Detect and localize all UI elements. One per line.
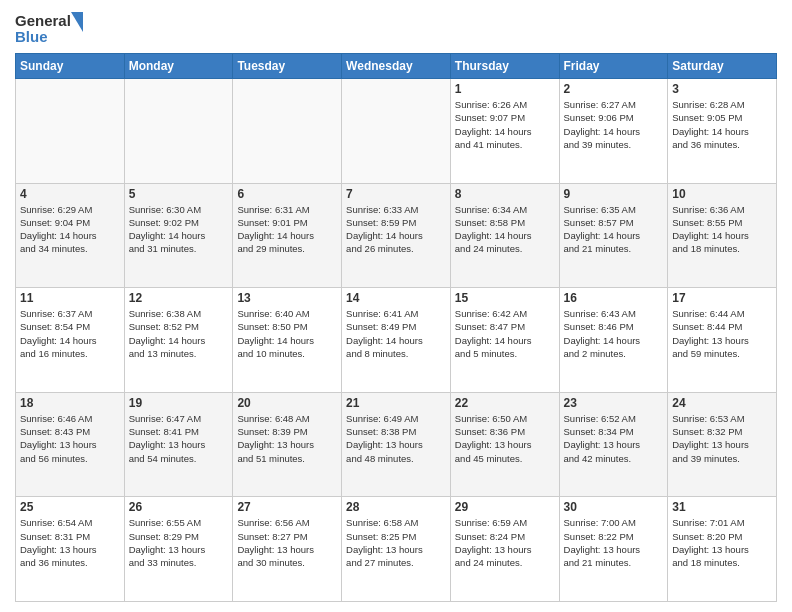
day-info: Sunrise: 6:49 AM Sunset: 8:38 PM Dayligh… <box>346 412 446 465</box>
day-info: Sunrise: 6:42 AM Sunset: 8:47 PM Dayligh… <box>455 307 555 360</box>
day-cell: 8Sunrise: 6:34 AM Sunset: 8:58 PM Daylig… <box>450 183 559 288</box>
day-info: Sunrise: 6:26 AM Sunset: 9:07 PM Dayligh… <box>455 98 555 151</box>
day-info: Sunrise: 6:27 AM Sunset: 9:06 PM Dayligh… <box>564 98 664 151</box>
day-number: 16 <box>564 291 664 305</box>
day-info: Sunrise: 6:34 AM Sunset: 8:58 PM Dayligh… <box>455 203 555 256</box>
day-cell: 7Sunrise: 6:33 AM Sunset: 8:59 PM Daylig… <box>342 183 451 288</box>
day-info: Sunrise: 6:53 AM Sunset: 8:32 PM Dayligh… <box>672 412 772 465</box>
day-info: Sunrise: 6:30 AM Sunset: 9:02 PM Dayligh… <box>129 203 229 256</box>
day-header-sunday: Sunday <box>16 54 125 79</box>
day-header-friday: Friday <box>559 54 668 79</box>
week-row-4: 18Sunrise: 6:46 AM Sunset: 8:43 PM Dayli… <box>16 392 777 497</box>
day-number: 27 <box>237 500 337 514</box>
day-number: 11 <box>20 291 120 305</box>
logo-icon: GeneralBlue <box>15 10 85 45</box>
day-info: Sunrise: 6:48 AM Sunset: 8:39 PM Dayligh… <box>237 412 337 465</box>
day-number: 10 <box>672 187 772 201</box>
day-header-wednesday: Wednesday <box>342 54 451 79</box>
day-number: 5 <box>129 187 229 201</box>
day-info: Sunrise: 6:36 AM Sunset: 8:55 PM Dayligh… <box>672 203 772 256</box>
day-number: 7 <box>346 187 446 201</box>
day-cell: 30Sunrise: 7:00 AM Sunset: 8:22 PM Dayli… <box>559 497 668 602</box>
day-info: Sunrise: 7:00 AM Sunset: 8:22 PM Dayligh… <box>564 516 664 569</box>
day-number: 8 <box>455 187 555 201</box>
week-row-1: 1Sunrise: 6:26 AM Sunset: 9:07 PM Daylig… <box>16 79 777 184</box>
header-row: SundayMondayTuesdayWednesdayThursdayFrid… <box>16 54 777 79</box>
svg-text:Blue: Blue <box>15 28 48 45</box>
day-info: Sunrise: 6:50 AM Sunset: 8:36 PM Dayligh… <box>455 412 555 465</box>
day-number: 15 <box>455 291 555 305</box>
day-cell <box>342 79 451 184</box>
day-info: Sunrise: 6:37 AM Sunset: 8:54 PM Dayligh… <box>20 307 120 360</box>
day-cell: 12Sunrise: 6:38 AM Sunset: 8:52 PM Dayli… <box>124 288 233 393</box>
day-info: Sunrise: 6:52 AM Sunset: 8:34 PM Dayligh… <box>564 412 664 465</box>
day-cell: 2Sunrise: 6:27 AM Sunset: 9:06 PM Daylig… <box>559 79 668 184</box>
day-info: Sunrise: 6:58 AM Sunset: 8:25 PM Dayligh… <box>346 516 446 569</box>
day-number: 14 <box>346 291 446 305</box>
day-number: 17 <box>672 291 772 305</box>
day-number: 28 <box>346 500 446 514</box>
page: GeneralBlue SundayMondayTuesdayWednesday… <box>0 0 792 612</box>
week-row-3: 11Sunrise: 6:37 AM Sunset: 8:54 PM Dayli… <box>16 288 777 393</box>
day-info: Sunrise: 6:43 AM Sunset: 8:46 PM Dayligh… <box>564 307 664 360</box>
day-info: Sunrise: 6:56 AM Sunset: 8:27 PM Dayligh… <box>237 516 337 569</box>
day-cell: 1Sunrise: 6:26 AM Sunset: 9:07 PM Daylig… <box>450 79 559 184</box>
day-cell: 26Sunrise: 6:55 AM Sunset: 8:29 PM Dayli… <box>124 497 233 602</box>
day-info: Sunrise: 6:33 AM Sunset: 8:59 PM Dayligh… <box>346 203 446 256</box>
day-info: Sunrise: 6:54 AM Sunset: 8:31 PM Dayligh… <box>20 516 120 569</box>
day-cell: 13Sunrise: 6:40 AM Sunset: 8:50 PM Dayli… <box>233 288 342 393</box>
day-number: 25 <box>20 500 120 514</box>
day-number: 29 <box>455 500 555 514</box>
day-number: 1 <box>455 82 555 96</box>
day-number: 20 <box>237 396 337 410</box>
day-header-saturday: Saturday <box>668 54 777 79</box>
day-cell: 19Sunrise: 6:47 AM Sunset: 8:41 PM Dayli… <box>124 392 233 497</box>
day-cell: 14Sunrise: 6:41 AM Sunset: 8:49 PM Dayli… <box>342 288 451 393</box>
week-row-2: 4Sunrise: 6:29 AM Sunset: 9:04 PM Daylig… <box>16 183 777 288</box>
day-number: 23 <box>564 396 664 410</box>
day-cell <box>233 79 342 184</box>
day-cell: 29Sunrise: 6:59 AM Sunset: 8:24 PM Dayli… <box>450 497 559 602</box>
day-cell: 3Sunrise: 6:28 AM Sunset: 9:05 PM Daylig… <box>668 79 777 184</box>
day-info: Sunrise: 6:40 AM Sunset: 8:50 PM Dayligh… <box>237 307 337 360</box>
day-number: 4 <box>20 187 120 201</box>
day-info: Sunrise: 6:29 AM Sunset: 9:04 PM Dayligh… <box>20 203 120 256</box>
week-row-5: 25Sunrise: 6:54 AM Sunset: 8:31 PM Dayli… <box>16 497 777 602</box>
day-cell: 20Sunrise: 6:48 AM Sunset: 8:39 PM Dayli… <box>233 392 342 497</box>
day-cell: 15Sunrise: 6:42 AM Sunset: 8:47 PM Dayli… <box>450 288 559 393</box>
day-number: 18 <box>20 396 120 410</box>
day-cell: 6Sunrise: 6:31 AM Sunset: 9:01 PM Daylig… <box>233 183 342 288</box>
day-number: 24 <box>672 396 772 410</box>
day-number: 22 <box>455 396 555 410</box>
day-cell <box>124 79 233 184</box>
logo: GeneralBlue <box>15 10 85 45</box>
day-cell: 31Sunrise: 7:01 AM Sunset: 8:20 PM Dayli… <box>668 497 777 602</box>
day-number: 13 <box>237 291 337 305</box>
day-cell: 27Sunrise: 6:56 AM Sunset: 8:27 PM Dayli… <box>233 497 342 602</box>
day-info: Sunrise: 6:47 AM Sunset: 8:41 PM Dayligh… <box>129 412 229 465</box>
day-info: Sunrise: 6:35 AM Sunset: 8:57 PM Dayligh… <box>564 203 664 256</box>
day-cell: 9Sunrise: 6:35 AM Sunset: 8:57 PM Daylig… <box>559 183 668 288</box>
day-cell: 18Sunrise: 6:46 AM Sunset: 8:43 PM Dayli… <box>16 392 125 497</box>
day-info: Sunrise: 6:46 AM Sunset: 8:43 PM Dayligh… <box>20 412 120 465</box>
day-info: Sunrise: 6:44 AM Sunset: 8:44 PM Dayligh… <box>672 307 772 360</box>
day-cell: 16Sunrise: 6:43 AM Sunset: 8:46 PM Dayli… <box>559 288 668 393</box>
day-info: Sunrise: 7:01 AM Sunset: 8:20 PM Dayligh… <box>672 516 772 569</box>
day-cell: 10Sunrise: 6:36 AM Sunset: 8:55 PM Dayli… <box>668 183 777 288</box>
day-header-monday: Monday <box>124 54 233 79</box>
day-cell: 23Sunrise: 6:52 AM Sunset: 8:34 PM Dayli… <box>559 392 668 497</box>
day-number: 12 <box>129 291 229 305</box>
day-info: Sunrise: 6:41 AM Sunset: 8:49 PM Dayligh… <box>346 307 446 360</box>
day-cell: 25Sunrise: 6:54 AM Sunset: 8:31 PM Dayli… <box>16 497 125 602</box>
day-number: 2 <box>564 82 664 96</box>
day-info: Sunrise: 6:28 AM Sunset: 9:05 PM Dayligh… <box>672 98 772 151</box>
day-cell: 4Sunrise: 6:29 AM Sunset: 9:04 PM Daylig… <box>16 183 125 288</box>
day-info: Sunrise: 6:55 AM Sunset: 8:29 PM Dayligh… <box>129 516 229 569</box>
day-cell: 28Sunrise: 6:58 AM Sunset: 8:25 PM Dayli… <box>342 497 451 602</box>
day-number: 26 <box>129 500 229 514</box>
day-cell <box>16 79 125 184</box>
day-number: 6 <box>237 187 337 201</box>
day-cell: 17Sunrise: 6:44 AM Sunset: 8:44 PM Dayli… <box>668 288 777 393</box>
calendar-table: SundayMondayTuesdayWednesdayThursdayFrid… <box>15 53 777 602</box>
day-number: 30 <box>564 500 664 514</box>
